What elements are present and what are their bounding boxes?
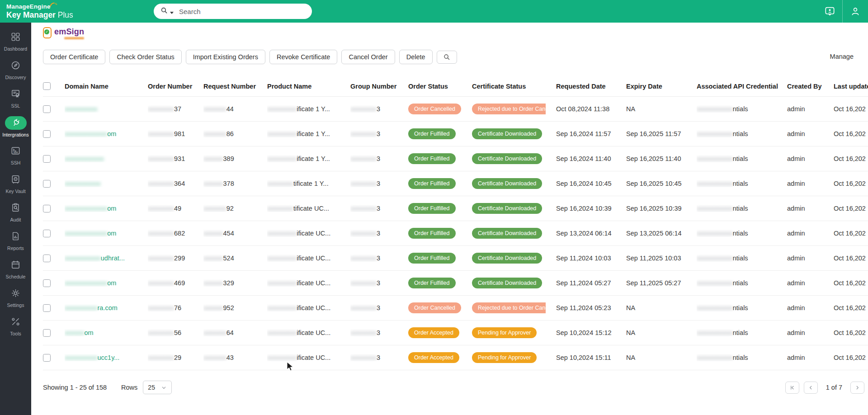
manage-link[interactable]: Manage [830, 53, 854, 60]
sidebar-item-ssl[interactable]: SSL [0, 84, 31, 113]
table-row: xxxxxxxxxxxxxxxxxxxx931xxxxxx389xxxxxxxx… [43, 146, 868, 171]
order-number-cell-redacted: xxxxxxxx [148, 205, 174, 212]
sidebar-item-intergrations[interactable]: Intergrations [0, 113, 31, 141]
expiry-date-cell: Sep 16,2025 11:40 [626, 155, 697, 162]
feedback-icon[interactable] [817, 0, 842, 23]
sidebar-item-schedule[interactable]: Schedule [0, 255, 31, 283]
cancel-order-button[interactable]: Cancel Order [341, 50, 395, 64]
api-credential-cell-redacted: xxxxxxxxxxx [697, 180, 733, 187]
order-number-cell: xxxxxxxx682 [148, 230, 203, 237]
prev-page-icon[interactable] [804, 382, 818, 394]
certificate-status-cell: Certificate Downloaded [472, 253, 556, 264]
group-number-cell-redacted: xxxxxxxx [350, 105, 377, 113]
product-name-cell-visible: tificate 1 Y... [293, 180, 329, 187]
sidebar-item-reports[interactable]: Reports [0, 226, 31, 255]
sidebar-item-ssh[interactable]: SSHSSH [0, 141, 31, 170]
sidebar-item-dashboard[interactable]: Dashboard [0, 27, 31, 56]
last-updated-cell: Oct 16,202 [834, 255, 868, 262]
api-credential-cell-redacted: xxxxxxxxxxx [697, 105, 733, 113]
group-number-cell-visible: 3 [377, 180, 380, 187]
product-name-cell: xxxxxxxxxificate UC... [267, 255, 350, 262]
domain-name-cell[interactable]: xxxxxxxxxxxxxom [65, 230, 148, 237]
brand-swoosh-icon [50, 0, 58, 9]
row-checkbox[interactable] [43, 230, 51, 237]
order-status-badge: Order Fulfilled [408, 203, 456, 214]
product-name-cell-visible: tificate UC... [293, 205, 329, 212]
delete-button[interactable]: Delete [399, 50, 433, 64]
rows-per-page-select[interactable]: 25 [143, 381, 172, 394]
domain-name-cell[interactable]: xxxxxxxxxxxx [65, 155, 148, 162]
request-number-cell: xxxxxx952 [203, 304, 267, 311]
row-checkbox[interactable] [43, 205, 51, 212]
order-number-cell-visible: 299 [174, 255, 185, 262]
order-number-cell: xxxxxxxx931 [148, 155, 203, 162]
expiry-date-cell: NA [626, 304, 697, 311]
row-checkbox[interactable] [43, 279, 51, 287]
next-page-icon[interactable] [850, 382, 864, 394]
brand-manageengine: ManageEngine [6, 3, 73, 10]
sidebar-item-key-vault[interactable]: Key Vault [0, 170, 31, 198]
domain-name-cell[interactable]: xxxxxxxxxxxxxom [65, 279, 148, 287]
group-number-cell: xxxxxxxx3 [350, 230, 408, 237]
row-checkbox[interactable] [43, 130, 51, 138]
domain-name-cell[interactable]: xxxxxxxxxxra.com [65, 304, 148, 311]
product-name-cell: xxxxxxxxxificate 1 Y... [267, 105, 350, 113]
row-checkbox[interactable] [43, 255, 51, 262]
domain-name-cell[interactable]: xxxxxxxxxxucc1y... [65, 354, 148, 361]
domain-name-cell[interactable]: xxxxxxxxxxx [65, 180, 148, 187]
global-search-input[interactable]: Search [154, 4, 312, 19]
domain-name-cell[interactable]: xxxxxxxxxxxxxom [65, 130, 148, 137]
domain-name-cell[interactable]: xxxxxxxxxxxxxom [65, 205, 148, 212]
request-number-cell-visible: 378 [223, 180, 234, 187]
request-number-cell-visible: 524 [223, 255, 234, 262]
sidebar-item-audit[interactable]: Audit [0, 198, 31, 226]
certificate-status-badge: Certificate Downloaded [472, 253, 542, 264]
import-existing-orders-button[interactable]: Import Existing Orders [186, 50, 265, 64]
order-number-cell-redacted: xxxxxxxx [148, 180, 174, 187]
request-number-cell: xxxxxx454 [203, 230, 267, 237]
row-checkbox[interactable] [43, 304, 51, 312]
request-number-cell: xxxxxx389 [203, 155, 267, 162]
order-number-cell-visible: 981 [174, 130, 185, 137]
domain-name-cell[interactable]: xxxxxxxxxxxudhrat... [65, 255, 148, 262]
first-page-icon[interactable] [785, 382, 799, 394]
column-header-created-by: Created By [787, 83, 834, 90]
group-number-cell-visible: 3 [377, 130, 380, 137]
sidebar-item-discovery[interactable]: Discovery [0, 56, 31, 84]
sidebar-item-settings[interactable]: Settings [0, 283, 31, 312]
sidebar-item-tools[interactable]: Tools [0, 312, 31, 340]
user-icon[interactable] [843, 0, 868, 23]
search-scope-caret-icon[interactable] [170, 12, 174, 14]
order-certificate-button[interactable]: Order Certificate [43, 50, 105, 64]
group-number-cell: xxxxxxxx3 [350, 180, 408, 187]
page-indicator: 1 of 7 [826, 384, 842, 391]
revoke-certificate-button[interactable]: Revoke Certificate [269, 50, 337, 64]
request-number-cell-visible: 952 [223, 304, 234, 311]
order-status-cell: Order Fulfilled [408, 203, 472, 214]
domain-name-cell[interactable]: xxxxxxxxxx [65, 105, 148, 113]
requested-date-cell: Sep 16,2024 10:39 [556, 205, 626, 212]
order-number-cell: xxxxxxxx364 [148, 180, 203, 187]
check-order-status-button[interactable]: Check Order Status [109, 50, 181, 64]
row-checkbox[interactable] [43, 354, 51, 362]
sidebar-item-label: Tools [10, 331, 21, 336]
domain-name-cell-redacted: xxxxxxxxxxxx [65, 155, 104, 162]
group-number-cell-redacted: xxxxxxxx [350, 230, 377, 237]
domain-name-cell-redacted: xxxxxxxxxx [65, 354, 98, 361]
order-status-cell: Order Accepted [408, 327, 472, 338]
certificate-status-badge: Certificate Downloaded [472, 178, 542, 189]
product-name-cell-redacted: xxxxxxxxx [267, 279, 297, 287]
table-search-icon[interactable] [437, 51, 457, 64]
row-checkbox[interactable] [43, 105, 51, 113]
order-status-badge: Order Fulfilled [408, 253, 456, 264]
domain-name-cell[interactable]: xxxxxxom [65, 329, 148, 336]
row-checkbox[interactable] [43, 155, 51, 163]
select-all-checkbox[interactable] [43, 82, 51, 90]
api-credential-cell: xxxxxxxxxxxntials [697, 230, 787, 237]
created-by-cell: admin [787, 180, 834, 187]
row-checkbox[interactable] [43, 329, 51, 337]
api-credential-cell-visible: ntials [733, 255, 748, 262]
row-checkbox[interactable] [43, 180, 51, 188]
requested-date-cell: Sep 16,2024 10:45 [556, 180, 626, 187]
order-number-cell-redacted: xxxxxxxx [148, 329, 174, 336]
